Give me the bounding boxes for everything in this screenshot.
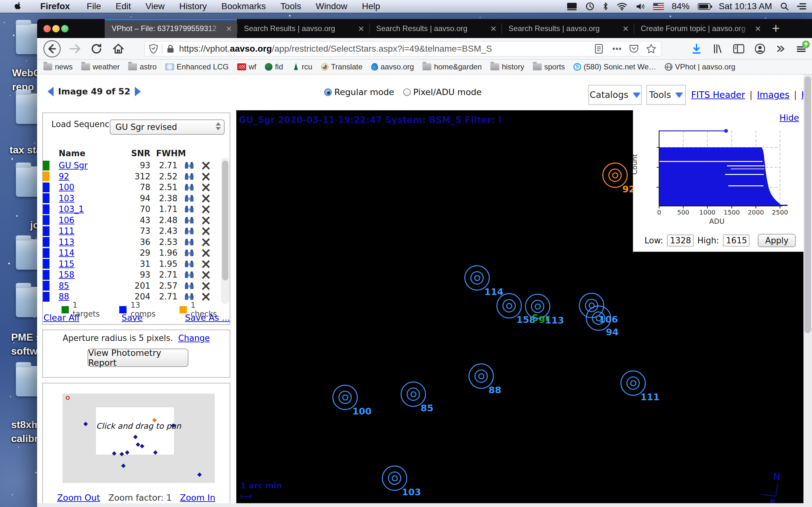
browser-tab[interactable]: Search Results | aavso.org× <box>237 19 369 38</box>
zoom-in-link[interactable]: Zoom In <box>180 493 215 503</box>
menu-history[interactable]: History <box>172 1 214 11</box>
star-name-link[interactable]: 114 <box>50 248 74 258</box>
forward-button[interactable] <box>68 42 82 55</box>
overflow-chevron-button[interactable] <box>775 43 786 54</box>
new-tab-button[interactable]: + <box>766 19 786 38</box>
binoculars-icon[interactable] <box>184 172 194 181</box>
scrollbar-thumb[interactable] <box>804 76 811 333</box>
bookmark-enhanced-lcg[interactable]: Enhanced LCG <box>165 62 229 71</box>
bookmark-translate[interactable]: Translate <box>321 62 362 71</box>
browser-tab[interactable]: Search Results | aavso.org× <box>369 19 502 38</box>
menu-help[interactable]: Help <box>355 1 388 11</box>
display-icon[interactable] <box>566 2 577 11</box>
binoculars-icon[interactable] <box>184 194 194 203</box>
pocket-icon[interactable] <box>629 44 639 54</box>
wifi-icon[interactable] <box>617 2 627 10</box>
star-name-link[interactable]: 103 <box>50 193 74 203</box>
tab-close-icon[interactable]: × <box>226 23 232 34</box>
menu-hamburger-button[interactable] <box>796 43 808 55</box>
star-name-link[interactable]: GU Sgr <box>50 161 88 170</box>
next-image-icon[interactable] <box>135 87 141 96</box>
bookmark-fid[interactable]: fid <box>265 62 283 71</box>
bookmark-vphot-aavso-org[interactable]: VPhot | aavso.org <box>665 62 735 71</box>
binoculars-icon[interactable] <box>184 292 194 301</box>
menu-bar-clock[interactable]: Sat 10:13 AM <box>719 1 772 11</box>
browser-tab[interactable]: Search Results | aavso.org× <box>502 19 634 38</box>
high-input[interactable]: 1615 <box>723 234 750 246</box>
binoculars-icon[interactable] <box>184 260 194 268</box>
bookmark--580-sonic-net-we-[interactable]: S(580) Sonic.net We… <box>573 62 656 71</box>
sidebar-toggle-button[interactable] <box>733 43 745 54</box>
previous-image-icon[interactable] <box>48 87 54 96</box>
browser-tab[interactable]: Create Forum topic | aavso.org× <box>634 19 766 38</box>
reader-view-icon[interactable] <box>594 43 604 54</box>
bookmark-rcu[interactable]: rcu <box>292 62 312 71</box>
bookmark-history[interactable]: history <box>490 62 524 71</box>
page-actions-icon[interactable] <box>612 47 621 50</box>
star-name-link[interactable]: 115 <box>50 259 74 269</box>
pixel-adu-mode-option[interactable]: Pixel/ADU mode <box>403 87 482 97</box>
radio-selected-icon[interactable] <box>324 89 332 96</box>
back-button[interactable] <box>43 40 61 58</box>
binoculars-icon[interactable] <box>184 238 194 246</box>
radio-icon[interactable] <box>403 89 411 96</box>
bookmark-star-icon[interactable] <box>646 43 657 54</box>
lock-icon[interactable] <box>166 44 175 54</box>
binoculars-icon[interactable] <box>184 183 194 191</box>
binoculars-icon[interactable] <box>184 227 194 235</box>
notification-center-icon[interactable] <box>797 3 806 10</box>
tracking-shield-icon[interactable] <box>149 44 158 54</box>
library-button[interactable] <box>712 43 723 55</box>
menu-tools[interactable]: Tools <box>273 1 308 11</box>
load-sequence-select[interactable]: GU Sgr revised <box>110 119 224 135</box>
zoom-window-button[interactable] <box>61 25 68 32</box>
reload-button[interactable] <box>90 42 103 55</box>
star-name-link[interactable]: 158 <box>50 270 74 279</box>
menu-firefox[interactable]: Firefox <box>33 1 79 11</box>
volume-icon[interactable] <box>636 3 645 10</box>
bookmark-sports[interactable]: sports <box>533 62 565 71</box>
browser-tab[interactable]: VPhot – File: 63719799559312× <box>105 19 237 38</box>
apple-menu-icon[interactable] <box>14 2 22 11</box>
bookmark-home-garden[interactable]: home&garden <box>422 62 482 71</box>
star-name-link[interactable]: 100 <box>50 182 74 192</box>
aperture-change-link[interactable]: Change <box>178 333 210 343</box>
close-window-button[interactable] <box>44 25 51 32</box>
binoculars-icon[interactable] <box>184 249 194 257</box>
star-name-link[interactable]: 111 <box>50 226 74 236</box>
table-scrollbar[interactable] <box>221 158 229 304</box>
action-clear-all[interactable]: Clear All <box>44 313 79 323</box>
binoculars-icon[interactable] <box>184 161 194 170</box>
star-name-link[interactable]: 92 <box>50 172 69 181</box>
spotlight-icon[interactable] <box>780 2 789 11</box>
bookmark-astro[interactable]: astro <box>128 62 156 71</box>
table-scrollbar-thumb[interactable] <box>222 161 229 280</box>
url-bar[interactable]: https://vphot.aavso.org/app/restricted/S… <box>144 41 661 56</box>
downloads-button[interactable] <box>691 43 702 55</box>
star-name-link[interactable]: 88 <box>50 292 69 301</box>
menu-view[interactable]: View <box>138 1 172 11</box>
binoculars-icon[interactable] <box>184 271 194 279</box>
catalogs-button[interactable]: Catalogs <box>589 85 642 105</box>
bookmark-wf[interactable]: wf <box>237 62 256 71</box>
star-name-link[interactable]: 103_1 <box>50 205 84 214</box>
header-link-fits-header[interactable]: FITS Header <box>691 90 745 100</box>
tools-button[interactable]: Tools <box>647 85 686 105</box>
tab-close-icon[interactable]: × <box>358 23 364 34</box>
minimap-viewport[interactable] <box>96 407 174 455</box>
star-name-link[interactable]: 106 <box>50 216 74 225</box>
header-link-images[interactable]: Images <box>757 90 790 100</box>
tab-close-icon[interactable]: × <box>755 23 761 34</box>
regular-mode-option[interactable]: Regular mode <box>324 87 394 97</box>
tab-close-icon[interactable]: × <box>623 23 629 34</box>
tab-close-icon[interactable]: × <box>490 23 496 34</box>
action-save[interactable]: Save <box>121 313 142 323</box>
menu-bookmarks[interactable]: Bookmarks <box>214 1 273 11</box>
action-save-as-[interactable]: Save As ... <box>185 313 230 323</box>
low-input[interactable]: 1328 <box>667 234 694 246</box>
page-scrollbar-vertical[interactable] <box>803 74 812 507</box>
bookmark-weather[interactable]: weather <box>81 62 119 71</box>
binoculars-icon[interactable] <box>184 205 194 213</box>
account-button[interactable] <box>754 43 766 55</box>
apply-button[interactable]: Apply <box>758 234 796 247</box>
